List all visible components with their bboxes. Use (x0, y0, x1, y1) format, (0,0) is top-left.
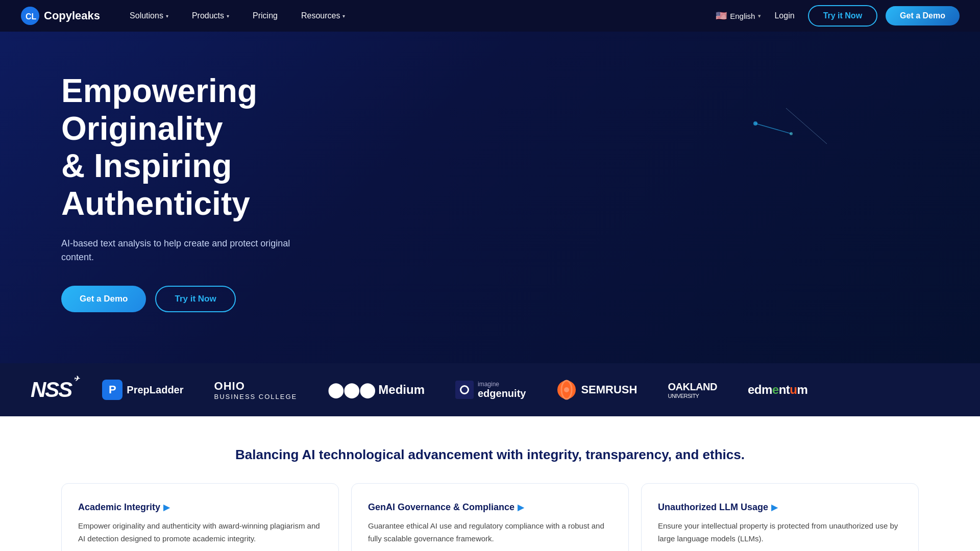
hero-subtitle: AI-based text analysis to help create an… (61, 237, 316, 264)
arrow-right-icon: ▶ (518, 503, 524, 512)
logo-semrush: SEMRUSH (556, 380, 637, 400)
svg-point-4 (753, 121, 757, 126)
try-it-now-button[interactable]: Try it Now (808, 5, 877, 27)
hero-section: Empowering Originality & Inspiring Authe… (0, 32, 980, 363)
logo-nss: NSS (31, 378, 71, 402)
svg-line-3 (786, 108, 827, 144)
feature-card-academic-integrity: Academic Integrity ▶ Empower originality… (61, 483, 339, 551)
logo-medium: ⬤⬤⬤ Medium (328, 382, 425, 398)
nav-resources[interactable]: Resources ▾ (292, 7, 354, 24)
feature-title-academic: Academic Integrity ▶ (78, 502, 322, 513)
features-grid: Academic Integrity ▶ Empower originality… (61, 483, 919, 551)
nav-right: 🇺🇸 English ▾ Login Try it Now Get a Demo (716, 5, 960, 27)
nav-pricing[interactable]: Pricing (243, 7, 287, 24)
nav-products[interactable]: Products ▾ (183, 7, 238, 24)
chevron-down-icon: ▾ (227, 13, 229, 19)
logo-edmentum: edmentum (748, 383, 807, 397)
feature-card-genai: GenAI Governance & Compliance ▶ Guarante… (351, 483, 629, 551)
arrow-right-icon: ▶ (771, 503, 777, 512)
logo-text: Copyleaks (44, 9, 100, 22)
logo-ohio: OHIO BUSINESS COLLEGE (214, 380, 298, 400)
feature-title-llm: Unauthorized LLM Usage ▶ (658, 502, 902, 513)
svg-text:CL: CL (26, 12, 37, 21)
get-demo-nav-button[interactable]: Get a Demo (886, 6, 960, 26)
language-selector[interactable]: 🇺🇸 English ▾ (716, 10, 761, 21)
hero-buttons: Get a Demo Try it Now (61, 286, 919, 312)
feature-desc-llm: Ensure your intellectual property is pro… (658, 520, 902, 545)
flag-icon: 🇺🇸 (716, 10, 727, 21)
arrow-right-icon: ▶ (163, 503, 169, 512)
login-button[interactable]: Login (769, 7, 799, 24)
language-label: English (730, 12, 755, 20)
logo[interactable]: CL Copyleaks (20, 6, 100, 26)
hero-title: Empowering Originality & Inspiring Authe… (61, 72, 419, 222)
nav-links: Solutions ▾ Products ▾ Pricing Resources… (120, 7, 716, 24)
logo-oakland: OAKLAND UNIVERSITY (668, 381, 717, 399)
svg-point-8 (564, 387, 569, 392)
svg-point-5 (790, 132, 793, 135)
try-it-now-hero-button[interactable]: Try it Now (155, 286, 235, 312)
feature-desc-academic: Empower originality and authenticity wit… (78, 520, 322, 545)
logo-edgenuity: imagine edgenuity (455, 381, 526, 399)
feature-title-genai: GenAI Governance & Compliance ▶ (368, 502, 612, 513)
svg-line-2 (755, 123, 791, 134)
navbar: CL Copyleaks Solutions ▾ Products ▾ Pric… (0, 0, 980, 32)
get-demo-hero-button[interactable]: Get a Demo (61, 286, 146, 312)
chevron-down-icon: ▾ (758, 13, 761, 19)
chevron-down-icon: ▾ (166, 13, 168, 19)
logo-prepladder: P PrepLadder (102, 380, 183, 400)
features-section: Balancing AI technological advancement w… (0, 416, 980, 551)
chevron-down-icon: ▾ (342, 13, 345, 19)
feature-card-llm: Unauthorized LLM Usage ▶ Ensure your int… (641, 483, 919, 551)
feature-desc-genai: Guarantee ethical AI use and regulatory … (368, 520, 612, 545)
copyleaks-logo-icon: CL (20, 6, 40, 26)
features-heading: Balancing AI technological advancement w… (61, 447, 919, 463)
hero-decoration (725, 83, 878, 185)
logos-strip: NSS P PrepLadder OHIO BUSINESS COLLEGE ⬤… (0, 363, 980, 416)
nav-solutions[interactable]: Solutions ▾ (120, 7, 178, 24)
